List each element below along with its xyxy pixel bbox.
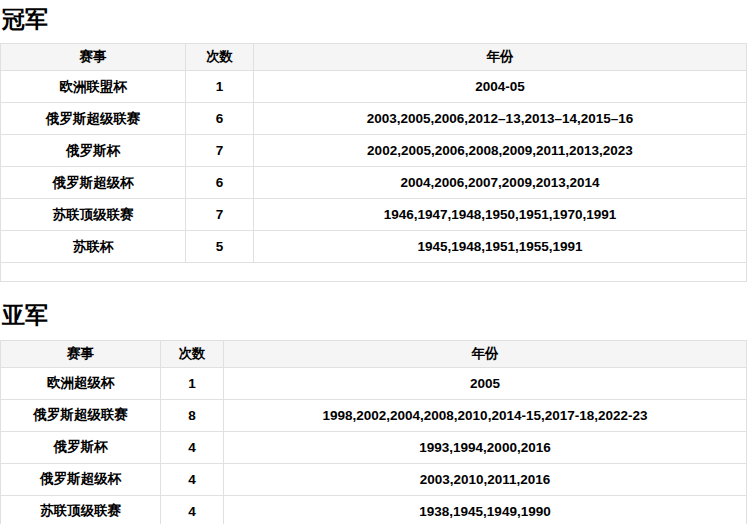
- cell-count: 7: [186, 135, 254, 167]
- cell-years: 1946,1947,1948,1950,1951,1970,1991: [254, 199, 747, 231]
- cell-years: 2004-05: [254, 71, 747, 103]
- cell-count: 4: [161, 495, 224, 524]
- cell-competition: 俄罗斯杯: [1, 431, 161, 463]
- header-years: 年份: [224, 340, 747, 367]
- champions-table: 赛事 次数 年份 欧洲联盟杯12004-05俄罗斯超级联赛62003,2005,…: [0, 43, 747, 282]
- cell-competition: 苏联杯: [1, 231, 186, 263]
- runners-up-section: 亚军 赛事 次数 年份 欧洲超级杯12005俄罗斯超级联赛81998,2002,…: [0, 303, 750, 524]
- cell-count: 6: [186, 167, 254, 199]
- cell-count: 8: [161, 399, 224, 431]
- cell-years: 1938,1945,1949,1990: [224, 495, 747, 524]
- cell-competition: 欧洲超级杯: [1, 367, 161, 399]
- cell-count: 4: [161, 463, 224, 495]
- cell-years: 1945,1948,1951,1955,1991: [254, 231, 747, 263]
- cell-competition: 俄罗斯杯: [1, 135, 186, 167]
- cell-years: 2003,2005,2006,2012–13,2013–14,2015–16: [254, 103, 747, 135]
- table-row: 俄罗斯超级杯62004,2006,2007,2009,2013,2014: [1, 167, 747, 199]
- cell-count: 1: [161, 367, 224, 399]
- header-competition: 赛事: [1, 340, 161, 367]
- runners-up-table: 赛事 次数 年份 欧洲超级杯12005俄罗斯超级联赛81998,2002,200…: [0, 340, 747, 524]
- cell-competition: 苏联顶级联赛: [1, 199, 186, 231]
- cell-count: 5: [186, 231, 254, 263]
- runners-up-title: 亚军: [2, 303, 750, 328]
- empty-footer-row: [1, 263, 747, 282]
- cell-years: 1998,2002,2004,2008,2010,2014-15,2017-18…: [224, 399, 747, 431]
- header-competition: 赛事: [1, 44, 186, 71]
- table-row: 俄罗斯杯72002,2005,2006,2008,2009,2011,2013,…: [1, 135, 747, 167]
- cell-years: 2004,2006,2007,2009,2013,2014: [254, 167, 747, 199]
- table-row: 俄罗斯超级联赛62003,2005,2006,2012–13,2013–14,2…: [1, 103, 747, 135]
- table-row: 俄罗斯杯41993,1994,2000,2016: [1, 431, 747, 463]
- champions-title: 冠军: [2, 7, 750, 32]
- cell-count: 6: [186, 103, 254, 135]
- cell-competition: 欧洲联盟杯: [1, 71, 186, 103]
- cell-competition: 俄罗斯超级杯: [1, 463, 161, 495]
- table-header-row: 赛事 次数 年份: [1, 340, 747, 367]
- cell-competition: 俄罗斯超级联赛: [1, 103, 186, 135]
- empty-cell: [1, 263, 747, 282]
- table-row: 俄罗斯超级联赛81998,2002,2004,2008,2010,2014-15…: [1, 399, 747, 431]
- cell-years: 1993,1994,2000,2016: [224, 431, 747, 463]
- header-count: 次数: [161, 340, 224, 367]
- cell-competition: 苏联顶级联赛: [1, 495, 161, 524]
- cell-years: 2003,2010,2011,2016: [224, 463, 747, 495]
- table-row: 苏联顶级联赛41938,1945,1949,1990: [1, 495, 747, 524]
- table-row: 苏联杯51945,1948,1951,1955,1991: [1, 231, 747, 263]
- cell-competition: 俄罗斯超级联赛: [1, 399, 161, 431]
- header-count: 次数: [186, 44, 254, 71]
- cell-count: 4: [161, 431, 224, 463]
- champions-section: 冠军 赛事 次数 年份 欧洲联盟杯12004-05俄罗斯超级联赛62003,20…: [0, 7, 750, 282]
- table-row: 俄罗斯超级杯42003,2010,2011,2016: [1, 463, 747, 495]
- cell-competition: 俄罗斯超级杯: [1, 167, 186, 199]
- table-row: 欧洲联盟杯12004-05: [1, 71, 747, 103]
- cell-count: 7: [186, 199, 254, 231]
- cell-years: 2005: [224, 367, 747, 399]
- cell-years: 2002,2005,2006,2008,2009,2011,2013,2023: [254, 135, 747, 167]
- cell-count: 1: [186, 71, 254, 103]
- table-row: 苏联顶级联赛71946,1947,1948,1950,1951,1970,199…: [1, 199, 747, 231]
- header-years: 年份: [254, 44, 747, 71]
- table-header-row: 赛事 次数 年份: [1, 44, 747, 71]
- table-row: 欧洲超级杯12005: [1, 367, 747, 399]
